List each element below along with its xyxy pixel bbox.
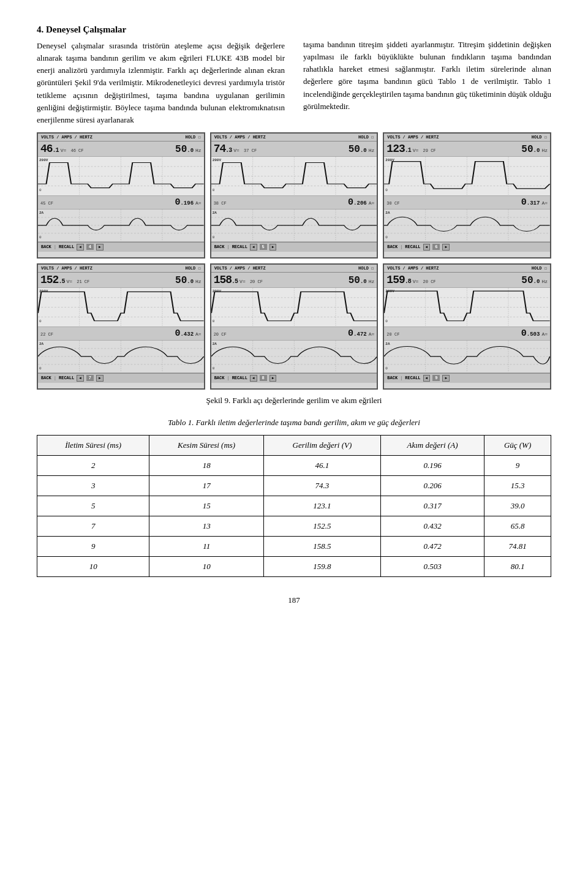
table-cell-3-1: 13 [149, 516, 264, 536]
text-right: taşıma bandının titreşim şiddeti ayarlan… [303, 39, 551, 113]
osc-wave-area-1: 200V 0 [38, 156, 204, 196]
osc-current-area-6: 2A 0 [384, 340, 550, 373]
osc-bottom-display-3: 30 CF 0.317 A= [384, 196, 550, 209]
table-cell-5-4: 80.1 [484, 556, 551, 576]
table-row: 21846.10.1969 [37, 455, 551, 475]
table-cell-0-2: 46.1 [264, 455, 381, 475]
osc-current-area-2: 2A 0 [211, 209, 377, 242]
table-header-1: Kesim Süresi (ms) [149, 435, 264, 455]
table-cell-4-3: 0.472 [380, 536, 484, 556]
prev-btn-5[interactable]: ◄ [250, 375, 257, 382]
oscilloscope-2: VOLTS / AMPS / HERTZ HOLD ☐ 74.3 V= 37 C… [210, 132, 379, 259]
data-table: İletim Süresi (ms)Kesim Süresi (ms)Geril… [37, 435, 551, 577]
osc-current-area-1: 2A 0 [38, 209, 204, 242]
osc-current-svg-2 [211, 209, 377, 241]
oscilloscope-1: VOLTS / AMPS / HERTZ HOLD ☐ 46.1 V= 46 C… [37, 132, 205, 259]
osc-voltage-svg-2 [211, 157, 377, 195]
recall-num-4: 7 [86, 375, 94, 381]
table-cell-3-4: 65.8 [484, 516, 551, 536]
prev-btn-1[interactable]: ◄ [77, 244, 84, 251]
table-cell-3-3: 0.432 [380, 516, 484, 536]
osc-header-5: VOLTS / AMPS / HERTZ HOLD ☐ [211, 265, 377, 273]
back-label-3: BACK [387, 244, 398, 249]
osc-current-svg-6 [384, 341, 550, 372]
osc-bottom-display-2: 38 CF 0.206 A= [211, 196, 377, 209]
table-cell-2-0: 5 [37, 496, 149, 516]
osc-current-svg-3 [384, 209, 550, 241]
table-row: 515123.10.31739.0 [37, 496, 551, 516]
back-label-1: BACK [41, 244, 51, 249]
table-header-0: İletim Süresi (ms) [37, 435, 149, 455]
osc-top-display-6: 159.8 V= 20 CF 50.0 Hz [384, 273, 550, 287]
recall-num-3: 6 [432, 244, 440, 250]
osc-current-svg-1 [38, 209, 204, 241]
osc-current-area-5: 2A 0 [211, 340, 377, 373]
table-row: 911158.50.47274.81 [37, 536, 551, 556]
next-btn-3[interactable]: ► [442, 244, 450, 251]
recall-num-1: 4 [86, 244, 94, 250]
table-cell-1-3: 0.206 [380, 475, 484, 496]
osc-title-2: VOLTS / AMPS / HERTZ [214, 135, 266, 140]
osc-header-2: VOLTS / AMPS / HERTZ HOLD ☐ [211, 134, 377, 142]
page-number: 187 [37, 595, 551, 605]
osc-hold-3: HOLD ☐ [532, 135, 547, 140]
osc-title-3: VOLTS / AMPS / HERTZ [387, 135, 439, 140]
table-cell-1-0: 3 [37, 475, 149, 496]
osc-footer-4: BACK | RECALL ◄ 7 ► [38, 373, 204, 383]
next-btn-5[interactable]: ► [270, 375, 277, 382]
table-row: 1010159.80.50380.1 [37, 556, 551, 576]
table-cell-4-2: 158.5 [264, 536, 381, 556]
table-header-2: Gerilim değeri (V) [264, 435, 381, 455]
next-btn-2[interactable]: ► [270, 244, 277, 251]
osc-voltage-svg-3 [384, 157, 550, 195]
back-label-2: BACK [214, 244, 225, 249]
back-label-4: BACK [41, 376, 51, 380]
table-cell-2-1: 15 [149, 496, 264, 516]
osc-top-display-5: 158.5 V= 20 CF 50.0 Hz [211, 273, 377, 287]
osc-title-4: VOLTS / AMPS / HERTZ [41, 266, 92, 271]
osc-hold-2: HOLD ☐ [358, 135, 374, 140]
osc-header-3: VOLTS / AMPS / HERTZ HOLD ☐ [384, 134, 550, 142]
back-label-5: BACK [214, 376, 225, 380]
table-cell-0-1: 18 [149, 455, 264, 475]
osc-top-display-2: 74.3 V= 37 CF 50.0 Hz [211, 142, 377, 156]
recall-label-5: RECALL [232, 376, 247, 380]
recall-num-5: 8 [260, 375, 267, 381]
osc-footer-5: BACK | RECALL ◄ 8 ► [211, 373, 377, 383]
osc-wave-area-2: 200V 0 [211, 156, 377, 196]
next-btn-1[interactable]: ► [96, 244, 104, 251]
recall-label-2: RECALL [232, 244, 247, 249]
table-cell-5-0: 10 [37, 556, 149, 576]
table-row: 713152.50.43265.8 [37, 516, 551, 536]
osc-bottom-display-6: 20 CF 0.503 A= [384, 327, 550, 340]
prev-btn-3[interactable]: ◄ [423, 244, 431, 251]
table-header-3: Akım değeri (A) [380, 435, 484, 455]
osc-top-display-4: 152.5 V= 21 CF 50.0 Hz [38, 273, 204, 287]
osc-top-display-3: 123.1 V= 29 CF 50.0 Hz [384, 142, 550, 156]
oscilloscope-grid: VOLTS / AMPS / HERTZ HOLD ☐ 46.1 V= 46 C… [37, 132, 551, 390]
table-cell-5-1: 10 [149, 556, 264, 576]
osc-current-svg-5 [211, 341, 377, 372]
osc-footer-1: BACK | RECALL ◄ 4 ► [38, 242, 204, 252]
table-cell-2-4: 39.0 [484, 496, 551, 516]
osc-bottom-display-4: 22 CF 0.432 A= [38, 327, 204, 340]
next-btn-4[interactable]: ► [96, 375, 104, 382]
prev-btn-4[interactable]: ◄ [77, 375, 84, 382]
osc-top-display-1: 46.1 V= 46 CF 50.0 Hz [38, 142, 204, 156]
prev-btn-6[interactable]: ◄ [423, 375, 431, 382]
recall-num-2: 5 [260, 244, 267, 250]
osc-title-1: VOLTS / AMPS / HERTZ [41, 135, 92, 140]
osc-wave-area-6: 200V 0 [384, 287, 550, 327]
next-btn-6[interactable]: ► [442, 375, 450, 382]
recall-label-6: RECALL [405, 376, 420, 380]
osc-bottom-display-1: 45 CF 0.196 A= [38, 196, 204, 209]
prev-btn-2[interactable]: ◄ [250, 244, 257, 251]
oscilloscope-3: VOLTS / AMPS / HERTZ HOLD ☐ 123.1 V= 29 … [383, 132, 551, 259]
osc-wave-area-5: 200V 0 [211, 287, 377, 327]
text-left: Deneysel çalışmalar sırasında tristörün … [37, 40, 285, 126]
table-cell-3-0: 7 [37, 516, 149, 536]
osc-footer-6: BACK | RECALL ◄ 9 ► [384, 373, 550, 383]
table-cell-0-4: 9 [484, 455, 551, 475]
table-cell-2-2: 123.1 [264, 496, 381, 516]
table-cell-4-1: 11 [149, 536, 264, 556]
